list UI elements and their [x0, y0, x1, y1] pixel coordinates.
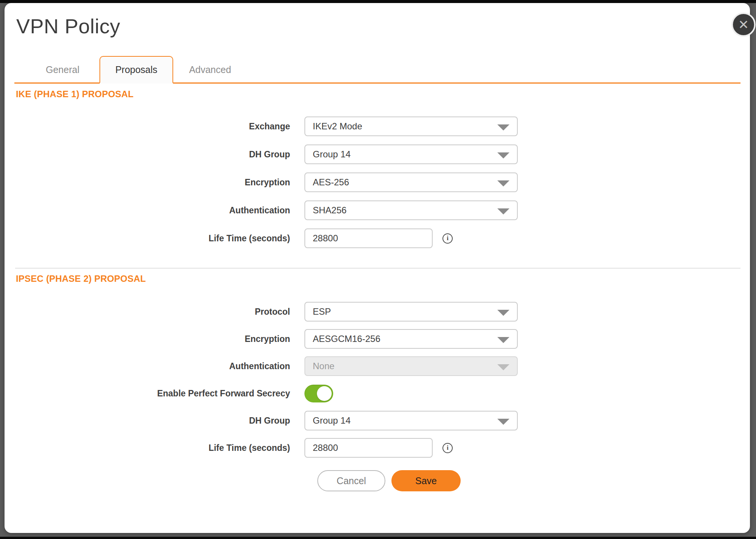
- chevron-down-icon: [497, 180, 509, 186]
- ipsec-authentication-label: Authentication: [5, 361, 304, 371]
- ipsec-encryption-row: Encryption AESGCM16-256: [5, 329, 750, 349]
- ipsec-lifetime-row: Life Time (seconds) i: [5, 438, 750, 458]
- tab-general[interactable]: General: [26, 56, 99, 84]
- ike-encryption-select[interactable]: AES-256: [304, 172, 518, 192]
- protocol-row: Protocol ESP: [5, 302, 750, 322]
- ike-dh-group-row: DH Group Group 14: [5, 144, 750, 164]
- ipsec-section-header: IPSEC (PHASE 2) PROPOSAL: [16, 273, 146, 284]
- exchange-select[interactable]: IKEv2 Mode: [304, 116, 518, 136]
- chevron-down-icon: [497, 419, 509, 425]
- tab-proposals-label: Proposals: [115, 64, 157, 75]
- pfs-label: Enable Perfect Forward Secrecy: [5, 388, 304, 399]
- dialog-footer: Cancel Save: [317, 470, 461, 491]
- ike-lifetime-row: Life Time (seconds) i: [5, 228, 750, 248]
- close-button[interactable]: ✕: [731, 12, 756, 37]
- ike-lifetime-input[interactable]: [304, 228, 433, 248]
- ipsec-encryption-select[interactable]: AESGCM16-256: [304, 329, 518, 349]
- ike-authentication-row: Authentication SHA256: [5, 200, 750, 220]
- protocol-select[interactable]: ESP: [304, 302, 518, 322]
- chevron-down-icon: [497, 337, 509, 343]
- letterbox-bottom: [0, 537, 756, 539]
- cancel-button[interactable]: Cancel: [317, 470, 385, 491]
- vpn-policy-dialog: VPN Policy General Proposals Advanced IK…: [5, 3, 750, 533]
- ipsec-authentication-select: None: [304, 356, 518, 376]
- ike-section-header: IKE (PHASE 1) PROPOSAL: [16, 89, 134, 99]
- ike-form: Exchange IKEv2 Mode DH Group Group 14 En…: [5, 116, 750, 256]
- tab-advanced[interactable]: Advanced: [173, 56, 247, 84]
- tab-general-label: General: [46, 64, 79, 75]
- tab-bar: General Proposals Advanced: [14, 55, 740, 84]
- exchange-value: IKEv2 Mode: [313, 121, 362, 132]
- save-button[interactable]: Save: [391, 470, 461, 491]
- protocol-label: Protocol: [5, 307, 304, 317]
- ipsec-dh-group-value: Group 14: [313, 415, 351, 426]
- ipsec-dh-group-select[interactable]: Group 14: [304, 411, 518, 430]
- ike-encryption-value: AES-256: [313, 177, 349, 188]
- exchange-label: Exchange: [5, 121, 304, 132]
- ike-authentication-label: Authentication: [5, 205, 304, 216]
- ike-dh-group-label: DH Group: [5, 149, 304, 160]
- letterbox-top: [0, 0, 756, 3]
- pfs-toggle[interactable]: [304, 385, 333, 402]
- ike-encryption-row: Encryption AES-256: [5, 172, 750, 192]
- protocol-value: ESP: [313, 306, 331, 317]
- tab-proposals[interactable]: Proposals: [99, 56, 173, 84]
- ipsec-authentication-value: None: [313, 361, 334, 371]
- ike-authentication-value: SHA256: [313, 205, 346, 216]
- ike-authentication-select[interactable]: SHA256: [304, 200, 518, 220]
- tab-advanced-label: Advanced: [189, 64, 231, 75]
- info-icon[interactable]: i: [442, 233, 453, 244]
- exchange-row: Exchange IKEv2 Mode: [5, 116, 750, 136]
- ike-lifetime-label: Life Time (seconds): [5, 233, 304, 244]
- ipsec-lifetime-input[interactable]: [304, 438, 433, 458]
- ipsec-dh-group-row: DH Group Group 14: [5, 411, 750, 430]
- ike-encryption-label: Encryption: [5, 177, 304, 188]
- chevron-down-icon: [497, 310, 509, 316]
- chevron-down-icon: [497, 364, 509, 370]
- ike-dh-group-value: Group 14: [313, 149, 351, 160]
- pfs-row: Enable Perfect Forward Secrecy: [5, 384, 750, 403]
- ipsec-authentication-row: Authentication None: [5, 356, 750, 376]
- chevron-down-icon: [497, 208, 509, 214]
- ipsec-dh-group-label: DH Group: [5, 416, 304, 426]
- ike-dh-group-select[interactable]: Group 14: [304, 144, 518, 164]
- ipsec-encryption-label: Encryption: [5, 334, 304, 344]
- chevron-down-icon: [497, 124, 509, 130]
- close-icon: ✕: [738, 18, 749, 31]
- toggle-knob: [317, 386, 332, 401]
- ipsec-lifetime-label: Life Time (seconds): [5, 443, 304, 453]
- chevron-down-icon: [497, 152, 509, 158]
- info-icon[interactable]: i: [442, 443, 453, 453]
- ipsec-encryption-value: AESGCM16-256: [313, 334, 380, 344]
- section-divider: [15, 268, 740, 269]
- dialog-title: VPN Policy: [16, 14, 120, 38]
- ipsec-form: Protocol ESP Encryption AESGCM16-256 Aut…: [5, 302, 750, 465]
